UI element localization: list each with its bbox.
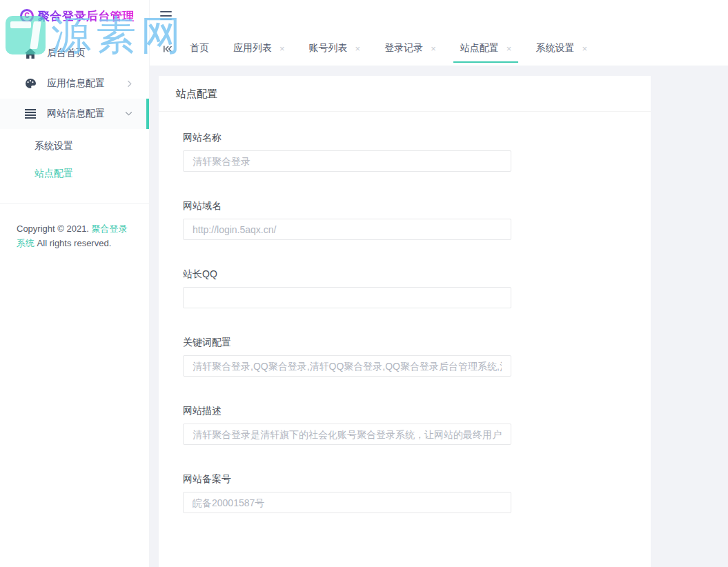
palette-icon [25,78,37,89]
copyright-suffix: All rights reserved. [35,238,111,248]
tab-label: 站点配置 [460,42,499,54]
form-group-icp-number: 网站备案号 [183,473,651,513]
site-domain-input[interactable] [183,219,511,240]
tab-home[interactable]: 首页 [183,31,216,66]
icp-number-input[interactable] [183,492,511,513]
sidebar-nav: 后台首页 应用信息配置 网站信息配置 系统设置 站点 [0,38,149,188]
chevron-down-icon [125,111,137,117]
brand-c-icon: C [20,9,34,23]
main-area: 首页 应用列表 × 账号列表 × 登录记录 × 站点配置 × 系统设置 × 站点… [150,0,728,567]
webmaster-qq-label: 站长QQ [183,268,651,281]
chevron-right-icon [127,80,137,88]
form-group-site-description: 网站描述 [183,405,651,445]
tabbar: 首页 应用列表 × 账号列表 × 登录记录 × 站点配置 × 系统设置 × [150,31,728,66]
form-group-keywords: 关键词配置 [183,337,651,377]
sidebar-item-label: 应用信息配置 [47,77,105,90]
site-name-input[interactable] [183,150,511,172]
brand-letter: C [22,11,32,21]
sidebar-item-site-config[interactable]: 网站信息配置 [0,99,149,129]
sidebar-subitem-label: 系统设置 [35,140,73,152]
keywords-input[interactable] [183,355,511,377]
app-title: 聚合登录后台管理 [38,8,135,24]
tab-close-icon[interactable]: × [279,44,285,53]
tab-app-list[interactable]: 应用列表 × [226,31,292,66]
site-description-label: 网站描述 [183,405,651,417]
tab-system-settings[interactable]: 系统设置 × [529,31,594,66]
icp-number-label: 网站备案号 [183,473,651,486]
tab-label: 账号列表 [309,42,348,54]
sidebar-subitem-site-config[interactable]: 站点配置 [0,160,149,188]
tab-label: 登录记录 [384,42,423,54]
form-group-site-name: 网站名称 [183,132,651,172]
tab-close-icon[interactable]: × [582,44,587,53]
site-description-input[interactable] [183,424,511,445]
copyright: Copyright © 2021. 聚合登录系统 All rights rese… [0,204,149,250]
tab-site-config[interactable]: 站点配置 × [453,31,519,66]
card-title: 站点配置 [159,76,651,112]
collapse-tabs-icon[interactable] [163,31,173,66]
sidebar-submenu: 系统设置 站点配置 [0,132,149,188]
site-name-label: 网站名称 [183,132,651,144]
form-group-site-domain: 网站域名 [183,200,651,240]
content-area: 站点配置 网站名称 网站域名 站长QQ 关键词配置 [150,66,728,567]
site-domain-label: 网站域名 [183,200,651,212]
tab-login-records[interactable]: 登录记录 × [377,31,443,66]
app-logo[interactable]: C 聚合登录后台管理 [0,0,149,32]
list-icon [25,109,37,119]
form-group-webmaster-qq: 站长QQ [183,268,651,308]
sidebar-item-app-config[interactable]: 应用信息配置 [0,68,149,99]
tab-close-icon[interactable]: × [355,44,361,53]
topbar [150,0,728,31]
site-config-card: 站点配置 网站名称 网站域名 站长QQ 关键词配置 [159,76,651,567]
keywords-label: 关键词配置 [183,337,651,349]
webmaster-qq-input[interactable] [183,287,511,308]
site-config-form: 网站名称 网站域名 站长QQ 关键词配置 网站描述 [159,112,651,567]
sidebar-item-home[interactable]: 后台首页 [0,38,149,68]
sidebar-item-label: 网站信息配置 [47,108,105,120]
sidebar-subitem-label: 站点配置 [35,168,73,180]
tab-close-icon[interactable]: × [431,44,436,53]
tab-account-list[interactable]: 账号列表 × [302,31,368,66]
hamburger-menu-icon[interactable] [160,11,172,20]
sidebar-subitem-system-settings[interactable]: 系统设置 [0,132,149,160]
tab-label: 首页 [190,42,209,54]
sidebar: C 聚合登录后台管理 后台首页 应用信息配置 网站信息配置 [0,0,150,567]
tab-label: 应用列表 [233,42,272,54]
home-icon [25,48,37,59]
tab-label: 系统设置 [535,42,574,54]
sidebar-item-label: 后台首页 [47,47,86,59]
tab-close-icon[interactable]: × [506,44,512,53]
copyright-prefix: Copyright © 2021. [17,223,92,234]
